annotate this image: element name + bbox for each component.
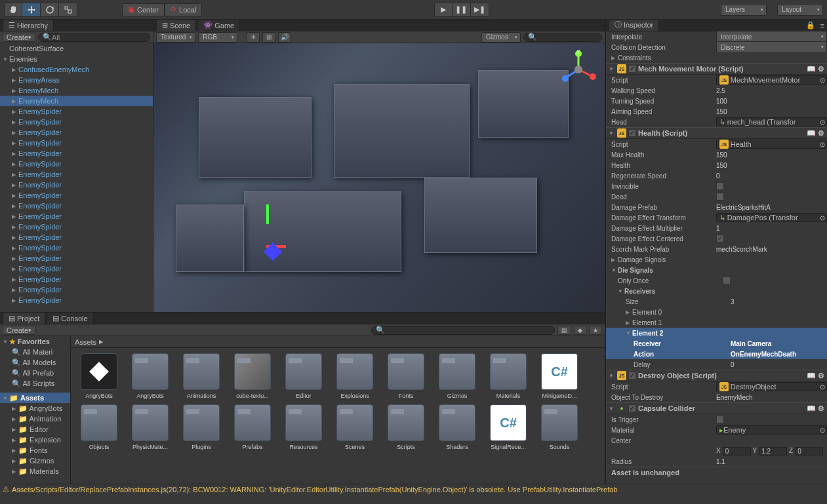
favorite-item[interactable]: 🔍 All Prefab [0,368,70,378]
capsule-component-header[interactable]: ▼● Capsule Collider 📖⚙ [606,402,827,414]
asset-item[interactable]: Editor [281,353,327,399]
project-tree-item[interactable]: ▶📁 AngryBots [0,403,70,414]
max-health-value[interactable]: 150 [716,151,827,159]
asset-item[interactable]: Materials [485,353,531,399]
destroy-script-field[interactable]: JS DestroyObject [716,382,827,391]
favorite-item[interactable]: 🔍 All Scripts [0,378,70,389]
material-field[interactable]: ▸Enemy [716,425,827,435]
scale-tool[interactable] [59,3,77,17]
component-gear-icon[interactable]: ⚙ [818,404,824,413]
component-gear-icon[interactable]: ⚙ [818,129,824,138]
step-button[interactable]: ▶❚ [471,3,489,17]
capsule-enabled-checkbox[interactable] [628,404,636,412]
hierarchy-item[interactable]: ▶EnemySpider [0,148,153,159]
asset-item[interactable]: Fonts [383,353,429,399]
delay-value[interactable]: 0 [731,361,827,368]
project-tree-item[interactable]: ▶📁 Materials [0,466,70,476]
asset-item[interactable]: Plugins [178,404,224,450]
hand-tool[interactable] [4,3,22,17]
color-mode-dropdown[interactable]: RGB [198,32,237,43]
element-1-foldout[interactable]: Element 1 [632,319,737,326]
asset-item[interactable]: Scripts [383,404,429,450]
asset-item[interactable]: cube-textu... [230,353,275,399]
project-filter-1[interactable]: ▤ [557,326,571,335]
hierarchy-item[interactable]: ▶EnemySpider [0,201,153,211]
health-value[interactable]: 150 [716,162,827,169]
orientation-gizmo[interactable]: y [559,50,598,89]
turning-speed-value[interactable]: 100 [716,98,827,105]
scene-fx-toggle[interactable]: ⊞ [262,32,275,43]
is-trigger-checkbox[interactable] [716,416,724,423]
hierarchy-tree[interactable]: CoherentSurface▼Enemies▶ConfusedEnemyMec… [0,43,153,312]
rotate-tool[interactable] [41,3,59,17]
scene-audio-toggle[interactable]: 🔊 [278,32,291,43]
hierarchy-item[interactable]: ▶EnemySpider [0,138,153,148]
hierarchy-item[interactable]: ▶EnemySpider [0,211,153,222]
project-filter-2[interactable]: ◆ [574,326,586,335]
damage-prefab-value[interactable]: ElectricSparksHitA [716,204,827,211]
hierarchy-item[interactable]: ▶EnemySpider [0,117,153,127]
assets-root[interactable]: ▼📁 Assets [0,393,70,403]
project-tab[interactable]: ▤Project [3,312,45,324]
mech-motor-component-header[interactable]: ▼JS Mech Movement Motor (Script) 📖⚙ [606,63,827,75]
asset-item[interactable]: C#SignalRece... [485,404,531,450]
hierarchy-item[interactable]: ▶EnemySpider [0,242,153,253]
component-gear-icon[interactable]: ⚙ [818,65,824,73]
component-help-icon[interactable]: 📖 [807,129,816,138]
regen-value[interactable]: 0 [716,172,827,180]
status-bar[interactable]: ⚠ Assets/Scripts/Editor/ReplacePrefabIns… [0,484,827,494]
hierarchy-item[interactable]: ▶EnemyAreas [0,75,153,85]
project-tree-item[interactable]: ▶📁 Gizmos [0,456,70,466]
hierarchy-item[interactable]: ▶EnemySpider [0,274,153,284]
hierarchy-item[interactable]: ▶EnemyMech [0,85,153,96]
asset-item[interactable]: Gizmos [434,353,480,399]
asset-item[interactable]: AngryBots [76,353,122,399]
invincible-checkbox[interactable] [716,182,724,190]
project-breadcrumb[interactable]: Assets ▶ [71,336,605,348]
hierarchy-item[interactable]: ▶EnemySpider [0,169,153,180]
pivot-center-toggle[interactable]: ▣Center [122,3,165,16]
destroy-enabled-checkbox[interactable] [628,372,636,379]
inspector-menu-icon[interactable]: ≡ [818,20,827,31]
console-tab[interactable]: ▤Console [47,312,93,324]
center-xyz[interactable]: X0 Y1.2 Z0 [716,447,827,456]
hierarchy-item[interactable]: ▶EnemySpider [0,127,153,138]
hierarchy-item[interactable]: ▶EnemySpider [0,253,153,263]
pause-button[interactable]: ❚❚ [453,3,471,17]
receivers-foldout[interactable]: Receivers [624,288,729,295]
project-tree-item[interactable]: ▶📁 Animation [0,414,70,424]
scene-tab[interactable]: ⊞Scene [156,19,196,31]
project-tree-item[interactable]: ▶📁 Editor [0,424,70,435]
inspector-tab[interactable]: ⓘInspector [609,20,659,31]
hierarchy-item[interactable]: CoherentSurface [0,43,153,54]
asset-item[interactable]: Shaders [434,404,480,450]
health-component-header[interactable]: ▼JS Health (Script) 📖⚙ [606,127,827,139]
hierarchy-item[interactable]: ▶EnemyMech [0,96,153,106]
component-gear-icon[interactable]: ⚙ [818,372,824,380]
hierarchy-item[interactable]: ▶EnemySpider [0,295,153,305]
scene-viewport[interactable]: y [153,43,605,312]
asset-item[interactable]: Resources [281,404,327,450]
aiming-speed-value[interactable]: 150 [716,108,827,115]
game-tab[interactable]: 👾Game [197,19,240,31]
project-filter-star[interactable]: ★ [589,326,602,335]
hierarchy-item[interactable]: ▶ConfusedEnemyMech [0,64,153,75]
destroy-component-header[interactable]: ▼JS Destroy Object (Script) 📖⚙ [606,370,827,381]
project-tree[interactable]: ▼★ Favorites 🔍 All Materi🔍 All Models🔍 A… [0,336,71,484]
asset-item[interactable]: PhysicMate... [127,404,173,450]
play-button[interactable]: ▶ [434,3,453,17]
project-tree-item[interactable]: ▶📁 Explosion [0,435,70,445]
health-enabled-checkbox[interactable] [628,129,636,137]
hierarchy-item[interactable]: ▼Enemies [0,54,153,64]
asset-item[interactable]: Scenes [332,404,378,450]
move-tool[interactable] [22,3,41,17]
action-value[interactable]: OnEnemyMechDeath [731,351,827,358]
favorite-item[interactable]: 🔍 All Models [0,357,70,368]
mech-motor-enabled-checkbox[interactable] [628,65,636,73]
health-script-field[interactable]: JS Health [716,140,827,149]
object-to-destroy-value[interactable]: EnemyMech [716,394,827,401]
hierarchy-item[interactable]: ▶EnemySpider [0,232,153,242]
element-0-foldout[interactable]: Element 0 [632,309,737,316]
asset-item[interactable]: C#MinigameD... [536,353,582,399]
inspector-lock-icon[interactable]: 🔒 [803,20,818,31]
